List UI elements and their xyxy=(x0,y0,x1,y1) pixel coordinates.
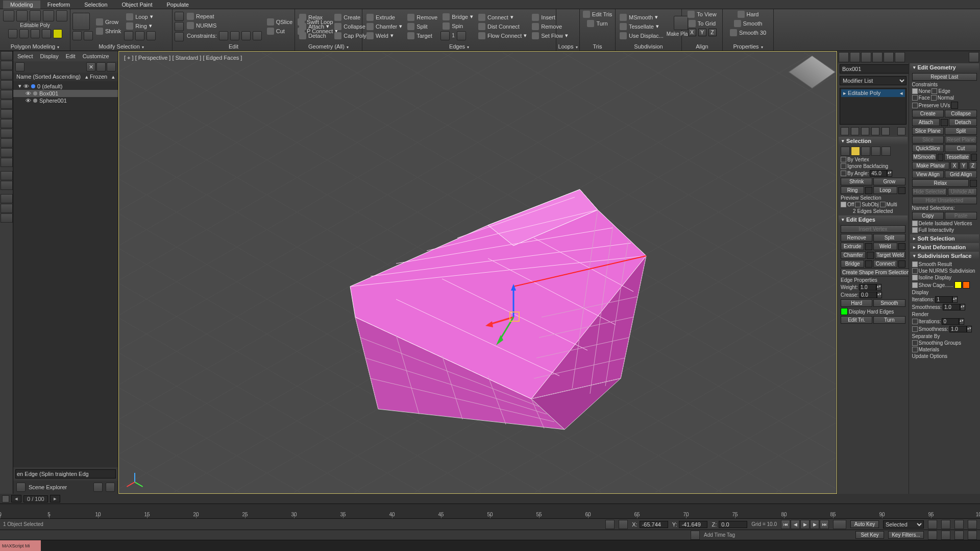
ee-weld-set[interactable] xyxy=(898,243,905,250)
keyfilters-btn[interactable]: Key Filters... xyxy=(888,531,924,539)
lt-17[interactable] xyxy=(1,213,13,223)
loop-button[interactable]: Loop▾ xyxy=(124,13,156,21)
eg-collapse[interactable]: Collapse xyxy=(945,110,977,117)
lt-8[interactable] xyxy=(1,119,13,128)
viewport[interactable]: [ + ] [ Perspective ] [ Standard ] [ Edg… xyxy=(118,51,837,494)
mat-ck[interactable] xyxy=(912,347,918,352)
addtag-icon[interactable] xyxy=(691,531,700,540)
x-coord[interactable]: -65.744 xyxy=(640,521,668,528)
attach-button[interactable]: Attach▾ xyxy=(297,22,331,31)
shrink-button[interactable]: Shrink xyxy=(94,27,123,35)
sg-ck[interactable] xyxy=(912,340,918,346)
preview-off[interactable] xyxy=(841,202,846,207)
key-mode-select[interactable]: Selected xyxy=(883,520,924,529)
pm-ic4[interactable] xyxy=(42,29,51,38)
pm-ic1[interactable] xyxy=(8,29,17,38)
rollout-editgeom[interactable]: Edit Geometry xyxy=(910,63,979,71)
eg-galign[interactable]: Grid Align xyxy=(945,171,977,178)
cage-ck[interactable] xyxy=(912,282,918,288)
ee-ext-set[interactable] xyxy=(865,243,872,250)
prev-frame[interactable]: ◀ xyxy=(791,520,800,529)
rollout-soft[interactable]: Soft Selection xyxy=(910,234,979,243)
edittris-button[interactable]: Edit Tris xyxy=(581,10,615,18)
lt-11[interactable] xyxy=(1,148,13,157)
st-unique-icon[interactable] xyxy=(861,127,869,135)
se-hint-input[interactable] xyxy=(15,469,116,478)
eg-tess[interactable]: Tessellate xyxy=(944,153,970,161)
cp-motion-icon[interactable] xyxy=(872,52,883,62)
eg-split[interactable]: Split xyxy=(945,127,977,135)
eg-relax[interactable]: Relax xyxy=(912,179,969,187)
nurms-ck[interactable] xyxy=(912,268,918,274)
msmooth-button[interactable]: MSmooth▾ xyxy=(618,13,666,21)
rx-set[interactable] xyxy=(970,180,977,187)
so-border[interactable] xyxy=(861,147,870,156)
cp-create-icon[interactable] xyxy=(839,52,849,62)
lt-12[interactable] xyxy=(1,158,13,167)
edg-sp1[interactable] xyxy=(440,31,450,40)
grow-btn[interactable]: Grow xyxy=(873,178,905,185)
rollout-selection[interactable]: Selection xyxy=(839,137,908,145)
ms1[interactable] xyxy=(72,31,82,40)
ee-br-set[interactable] xyxy=(865,260,872,268)
connect-button[interactable]: Connect▾ xyxy=(476,13,529,21)
so-element[interactable] xyxy=(881,147,891,156)
target-button[interactable]: Target xyxy=(405,32,439,40)
lt-10[interactable] xyxy=(1,138,13,148)
eg-slice[interactable]: Slice xyxy=(912,136,944,143)
crease-input[interactable] xyxy=(860,292,877,298)
ed1[interactable] xyxy=(175,12,184,21)
ee-hard[interactable]: Hard xyxy=(841,299,872,307)
ms4[interactable] xyxy=(135,31,144,40)
con-face[interactable] xyxy=(912,95,918,101)
node-box001[interactable]: 👁Box001 xyxy=(13,90,118,97)
spin-button[interactable]: Spin xyxy=(440,22,475,30)
se-display[interactable]: Display xyxy=(40,53,59,59)
split-button[interactable]: Split xyxy=(405,22,439,31)
st-del-icon[interactable] xyxy=(871,127,879,135)
epoly-icon3[interactable] xyxy=(30,10,41,21)
st-cfg-icon[interactable] xyxy=(881,127,890,135)
con-normal[interactable] xyxy=(931,95,937,101)
weight-input[interactable] xyxy=(859,284,876,291)
eg-msmooth[interactable]: MSmooth xyxy=(912,153,937,161)
eg-x[interactable]: X xyxy=(950,162,959,170)
y-coord[interactable]: -41.649 xyxy=(679,521,707,528)
ed3[interactable] xyxy=(175,32,184,41)
align-y[interactable]: Y xyxy=(698,29,706,36)
eg-create[interactable]: Create xyxy=(912,110,944,117)
epoly-icon[interactable] xyxy=(3,10,14,21)
weld-button[interactable]: Weld▾ xyxy=(364,32,404,40)
nav8[interactable] xyxy=(968,531,977,540)
nav1[interactable] xyxy=(928,520,937,529)
tab-objectpaint[interactable]: Object Paint xyxy=(115,1,160,9)
preview-multi[interactable] xyxy=(880,202,886,207)
rend-iter[interactable] xyxy=(942,318,959,325)
se-t2[interactable] xyxy=(106,483,115,492)
remove-button[interactable]: Remove xyxy=(405,13,439,21)
se-col-frozen[interactable]: ▴ Frozen xyxy=(85,74,107,80)
con3[interactable] xyxy=(241,31,251,40)
disp-iter[interactable] xyxy=(935,296,952,303)
viewport-label[interactable]: [ + ] [ Perspective ] [ Standard ] [ Edg… xyxy=(124,55,242,61)
layer-root[interactable]: ▾👁 0 (default) xyxy=(13,82,118,90)
eg-copy[interactable]: Copy xyxy=(912,212,944,220)
qslice-button[interactable]: QSlice xyxy=(265,18,295,26)
goto-end[interactable]: ⏭ xyxy=(820,520,829,529)
iso-ck[interactable] xyxy=(912,275,918,280)
lt-15[interactable] xyxy=(1,194,13,203)
toview-button[interactable]: To View xyxy=(685,10,718,18)
tl-expand-icon[interactable] xyxy=(2,495,9,502)
nav7[interactable] xyxy=(954,531,964,540)
smooth30-button[interactable]: Smooth 30 xyxy=(728,29,768,37)
play-btn[interactable]: ▶ xyxy=(800,520,810,529)
pres-set[interactable] xyxy=(951,102,958,109)
eg-hidesel[interactable]: Hide Selected xyxy=(912,188,947,196)
timeline[interactable]: ◂ 0 / 100 ▸ 0510152025303540455055606570… xyxy=(0,494,980,518)
lt-3[interactable] xyxy=(1,70,13,80)
con1[interactable] xyxy=(219,31,228,40)
ee-tweld[interactable]: Target Weld xyxy=(875,251,905,259)
rend-sm-ck[interactable] xyxy=(912,326,918,332)
eg-detach[interactable]: Detach xyxy=(949,118,977,126)
turn-button[interactable]: Turn xyxy=(585,19,609,28)
